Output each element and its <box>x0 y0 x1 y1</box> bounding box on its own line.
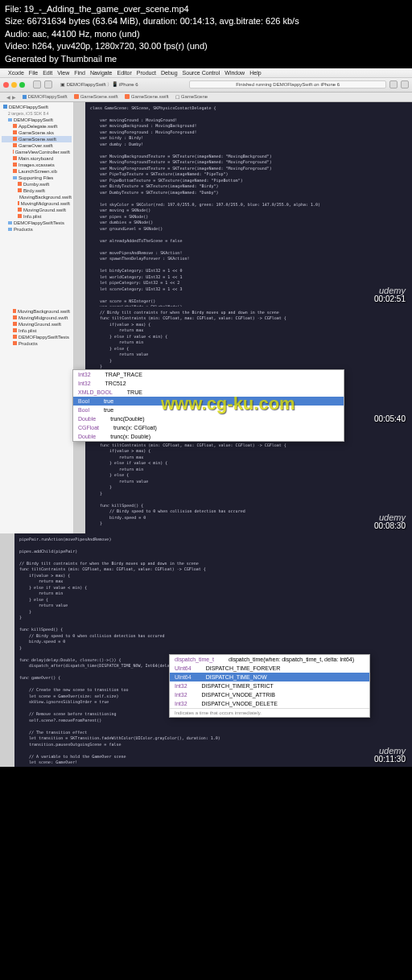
autocomplete-row[interactable]: Int32DISPATCH_VNODE_DELETE <box>170 699 369 708</box>
swift-file-icon <box>18 188 22 192</box>
zoom-button[interactable] <box>19 82 25 88</box>
code-editor[interactable]: pipePair.runAction(movePipesAndRemove) p… <box>14 533 412 767</box>
minimize-button[interactable] <box>11 82 17 88</box>
close-button[interactable] <box>3 82 9 88</box>
project-navigator[interactable]: MovingBackground.swiftMovingMidground.sw… <box>0 307 74 533</box>
sidebar-item[interactable]: Birdy.swift <box>2 187 72 194</box>
sidebar-item[interactable]: AppDelegate.swift <box>2 123 72 130</box>
file-menu[interactable]: File <box>29 70 38 76</box>
timestamp: 00:05:40 <box>374 414 406 423</box>
run-button[interactable] <box>33 80 41 89</box>
project-navigator[interactable]: DEMOFlappySwift 2 targets, iOS SDK 8.4 D… <box>0 102 74 307</box>
autocomplete-hint: Indicates a time that occurs immediately… <box>170 708 369 717</box>
help-menu[interactable]: Help <box>249 70 261 76</box>
sidebar-item[interactable]: LaunchScreen.xib <box>2 168 72 175</box>
folder-icon <box>8 228 12 231</box>
folder-icon <box>8 221 12 224</box>
autocomplete-row[interactable]: Int32DISPATCH_VNODE_ATTRIB <box>170 690 369 699</box>
sidebar-item-label: DEMOFlappySwiftTests <box>14 220 64 225</box>
sidebar-item[interactable]: MovingGround.swift <box>2 321 72 327</box>
sidebar-item[interactable]: MovingBackground.swift <box>2 194 72 200</box>
sidebar-item[interactable]: Products <box>2 340 72 347</box>
sidebar-item[interactable]: DEMOFlappySwiftTests <box>2 220 72 226</box>
swift-file-icon <box>18 208 22 212</box>
autocomplete-row[interactable]: UInt64DISPATCH_TIME_FOREVER <box>170 664 369 673</box>
tab-gamescene-class[interactable]: ☐ GameScene <box>175 94 208 100</box>
swift-file-icon <box>13 169 17 173</box>
sidebar-item[interactable]: MovingBackground.swift <box>2 308 72 315</box>
swift-file-icon <box>13 130 17 134</box>
sidebar-item-label: GameScene.sks <box>19 130 54 135</box>
audio-line: Audio: aac, 44100 Hz, mono (und) <box>5 28 407 40</box>
sidebar-item[interactable]: GameViewController.swift <box>2 149 72 155</box>
autocomplete-row[interactable]: Doubletrunc(x: Double) <box>73 432 344 441</box>
thumbnail-frame-1: Xcode File Edit View Find Navigate Edito… <box>0 68 412 307</box>
autocomplete-row[interactable]: Doubletrunc(Double) <box>73 414 344 423</box>
file-icon <box>13 322 17 326</box>
sidebar-item-label: AppDelegate.swift <box>19 124 57 129</box>
editor-tabs: ◀ ▶ DEMOFlappySwift GameScene.swift Game… <box>0 93 412 102</box>
sidebar-item[interactable]: GameScene.sks <box>2 130 72 136</box>
tab-gamescene[interactable]: GameScene.swift <box>74 94 118 99</box>
file-line: File: 19_-_Adding_the_game_over_scene.mp… <box>5 3 407 15</box>
scheme-selector[interactable]: ▣ DEMOFlappySwift 〉📱 iPhone 6 <box>56 81 186 89</box>
navigate-menu[interactable]: Navigate <box>90 70 113 76</box>
edit-menu[interactable]: Edit <box>43 70 52 76</box>
find-menu[interactable]: Find <box>74 70 85 76</box>
size-line: Size: 66731634 bytes (63.64 MiB), durati… <box>5 15 407 27</box>
code-editor[interactable]: class GameScene: SKScene, SKPhysicsConta… <box>85 102 412 307</box>
autocomplete-row[interactable]: Int32TRC512 <box>73 379 344 388</box>
autocomplete-row[interactable]: dispatch_time_tdispatch_time(when: dispa… <box>170 655 369 664</box>
debug-menu[interactable]: Debug <box>161 70 178 76</box>
sidebar-item-label: GameScene.swift <box>19 137 56 142</box>
autocomplete-row[interactable]: UInt64DISPATCH_TIME_NOW <box>170 673 369 681</box>
sidebar-item[interactable]: GameScene.swift <box>2 136 72 142</box>
sidebar-item[interactable]: Main.storyboard <box>2 155 72 162</box>
swift-file-icon <box>13 137 17 141</box>
sidebar-item-label: Main.storyboard <box>19 156 53 161</box>
autocomplete-row[interactable]: Int32TRAP_TRACE <box>73 370 344 379</box>
tab-gamescene2[interactable]: GameScene.swift <box>125 94 169 99</box>
autocomplete-popup[interactable]: dispatch_time_tdispatch_time(when: dispa… <box>169 654 370 718</box>
swift-file-icon <box>13 124 17 128</box>
folder-icon <box>8 118 12 121</box>
sidebar-item-label: Supporting Files <box>19 175 53 180</box>
editor-mode-button[interactable] <box>389 80 398 89</box>
sidebar-item[interactable]: DEMOFlappySwift <box>2 117 72 123</box>
xcode-menu[interactable]: Xcode <box>8 70 24 76</box>
autocomplete-row[interactable]: CGFloattrunc(x: CGFloat) <box>73 423 344 432</box>
editor-menu[interactable]: Editor <box>117 70 132 76</box>
line-gutter <box>0 533 14 767</box>
stop-button[interactable] <box>44 80 52 89</box>
product-menu[interactable]: Product <box>137 70 156 76</box>
source-control-menu[interactable]: Source Control <box>183 70 220 76</box>
line-gutter <box>74 102 85 307</box>
view-menu[interactable]: View <box>57 70 69 76</box>
sidebar-item[interactable]: GameOver.swift <box>2 142 72 149</box>
folder-icon <box>13 176 17 179</box>
xcode-toolbar: ▣ DEMOFlappySwift 〉📱 iPhone 6 Finished r… <box>0 78 412 93</box>
window-menu[interactable]: Window <box>225 70 245 76</box>
thumbnail-frame-2: MovingBackground.swiftMovingMidground.sw… <box>0 307 412 533</box>
autocomplete-row[interactable]: Int32DISPATCH_TIMER_STRICT <box>170 681 369 690</box>
sidebar-item[interactable]: DEMOFlappySwiftTests <box>2 334 72 340</box>
swift-file-icon <box>18 182 22 186</box>
sidebar-item-label: Images.xcassets <box>19 163 55 167</box>
tab-project[interactable]: DEMOFlappySwift <box>23 94 68 99</box>
cg-ku-watermark: www.cg-ku.com <box>161 393 295 414</box>
sidebar-item[interactable]: Info.plist <box>2 327 72 334</box>
sidebar-item[interactable]: MovingMidground.swift <box>2 200 72 207</box>
sidebar-item-label: LaunchScreen.xib <box>19 169 57 174</box>
panel-toggle-button[interactable] <box>401 80 409 89</box>
sidebar-item[interactable]: Images.xcassets <box>2 162 72 168</box>
sidebar-item-label: Birdy.swift <box>23 188 45 193</box>
sidebar-item[interactable]: Info.plist <box>2 213 72 220</box>
file-icon <box>13 309 16 313</box>
file-icon <box>13 315 17 319</box>
sidebar-item[interactable]: MovingGround.swift <box>2 207 72 213</box>
sidebar-item[interactable]: Dumby.swift <box>2 181 72 187</box>
sidebar-item[interactable]: MovingMidground.swift <box>2 315 72 321</box>
sidebar-item-label: GameOver.swift <box>19 143 53 148</box>
sidebar-item[interactable]: Products <box>2 226 72 233</box>
sidebar-item[interactable]: Supporting Files <box>2 175 72 181</box>
